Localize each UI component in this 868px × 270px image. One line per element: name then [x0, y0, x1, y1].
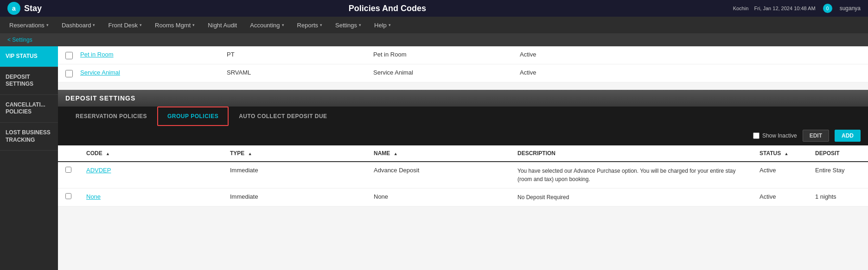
row-desc-cell: You have selected our Advance Purchase o…: [510, 162, 752, 188]
chevron-down-icon: ▾: [359, 23, 361, 27]
table-row: ADVDEP Immediate Advance Deposit You hav…: [58, 162, 868, 188]
settings-bar: < Settings: [0, 33, 868, 46]
row-checkbox-pet-in-room[interactable]: [65, 52, 73, 59]
sidebar-item-lost-business[interactable]: LOST BUSINESS TRACKING: [0, 123, 58, 151]
main-layout: VIP STATUS DEPOSIT SETTINGS CANCELLATI..…: [0, 46, 868, 270]
sub-header-toolbar: Show Inactive EDIT ADD: [58, 126, 868, 145]
row-checkbox-advdep[interactable]: [65, 167, 71, 173]
sort-arrow-code: ▲: [106, 151, 110, 156]
row-type-cell: Immediate: [223, 188, 366, 207]
sort-arrow-status: ▲: [785, 151, 789, 156]
col-header-code[interactable]: CODE ▲: [79, 145, 223, 162]
table-row: Service Animal SRVAML Service Animal Act…: [58, 64, 868, 82]
logo-name: Stay: [24, 4, 42, 13]
top-bar-right: Kochin Fri, Jan 12, 2024 10:48 AM 0 suga…: [733, 4, 861, 13]
group-policies-section: Show Inactive EDIT ADD CODE ▲ TYPE: [58, 126, 868, 207]
vip-status-table: Pet in Room PT Pet in Room Active Servic…: [58, 46, 868, 82]
col-header-deposit: DEPOSIT: [808, 145, 868, 162]
notification-badge[interactable]: 0: [823, 4, 832, 13]
nav-item-settings[interactable]: Settings ▾: [330, 17, 367, 33]
chevron-down-icon: ▾: [192, 23, 195, 27]
chevron-down-icon: ▾: [389, 23, 391, 27]
row-deposit-cell: 1 nights: [808, 188, 868, 207]
col-header-status[interactable]: STATUS ▲: [752, 145, 808, 162]
sidebar-item-deposit-settings[interactable]: DEPOSIT SETTINGS: [0, 67, 58, 95]
nav-item-roomsmgmt[interactable]: Rooms Mgmt ▾: [149, 17, 200, 33]
tab-group-policies[interactable]: GROUP POLICIES: [157, 107, 229, 126]
group-policies-table: CODE ▲ TYPE ▲ NAME ▲ DESCRIPTION: [58, 145, 868, 207]
sidebar: VIP STATUS DEPOSIT SETTINGS CANCELLATI..…: [0, 46, 58, 270]
row-desc-cell: No Deposit Required: [510, 188, 752, 207]
nav-item-dashboard[interactable]: Dashboard ▾: [56, 17, 101, 33]
row-status-cell: Active: [752, 162, 808, 188]
content-area: Pet in Room PT Pet in Room Active Servic…: [58, 46, 868, 270]
chevron-down-icon: ▾: [46, 23, 49, 27]
col-header-type[interactable]: TYPE ▲: [223, 145, 366, 162]
logo-area: a Stay: [7, 2, 42, 15]
row-type-cell: Immediate: [223, 162, 366, 188]
chevron-down-icon: ▾: [93, 23, 95, 27]
row-check-cell: [58, 188, 79, 207]
row-deposit-cell: Entire Stay: [808, 162, 868, 188]
nav-item-nightaudit[interactable]: Night Audit: [202, 17, 243, 33]
nav-item-reports[interactable]: Reports ▾: [292, 17, 328, 33]
username-display: suganya: [840, 5, 861, 12]
chevron-down-icon: ▾: [140, 23, 142, 27]
nav-item-frontdesk[interactable]: Front Desk ▾: [102, 17, 147, 33]
col-header-description: DESCRIPTION: [510, 145, 752, 162]
chevron-down-icon: ▾: [282, 23, 284, 27]
row-code-cell[interactable]: ADVDEP: [79, 162, 223, 188]
row-checkbox-none[interactable]: [65, 193, 71, 199]
col-header-check: [58, 145, 79, 162]
row-code-cell[interactable]: None: [79, 188, 223, 207]
row-name-cell: None: [366, 188, 510, 207]
tab-reservation-policies[interactable]: RESERVATION POLICIES: [65, 107, 157, 126]
settings-back-link[interactable]: < Settings: [7, 37, 32, 43]
table-row: Pet in Room PT Pet in Room Active: [58, 46, 868, 64]
edit-button[interactable]: EDIT: [803, 130, 829, 142]
col-header-name[interactable]: NAME ▲: [366, 145, 510, 162]
nav-item-reservations[interactable]: Reservations ▾: [4, 17, 54, 33]
deposit-settings-header: DEPOSIT SETTINGS: [58, 90, 868, 107]
datetime-display: Kochin Fri, Jan 12, 2024 10:48 AM: [733, 6, 816, 11]
chevron-down-icon: ▾: [320, 23, 322, 27]
show-inactive-label[interactable]: Show Inactive: [753, 132, 797, 139]
nav-item-help[interactable]: Help ▾: [369, 17, 396, 33]
table-row: None Immediate None No Deposit Required …: [58, 188, 868, 207]
nav-bar: Reservations ▾ Dashboard ▾ Front Desk ▾ …: [0, 17, 868, 33]
sort-arrow-name: ▲: [394, 151, 398, 156]
row-name-cell: Advance Deposit: [366, 162, 510, 188]
add-button[interactable]: ADD: [835, 130, 861, 142]
nav-item-accounting[interactable]: Accounting ▾: [244, 17, 289, 33]
row-status-cell: Active: [752, 188, 808, 207]
row-checkbox-service-animal[interactable]: [65, 70, 73, 77]
row-check-cell: [58, 162, 79, 188]
page-title: Policies And Codes: [349, 4, 426, 13]
deposit-tabs-row: RESERVATION POLICIES GROUP POLICIES AUTO…: [58, 107, 868, 126]
sidebar-item-vip-status[interactable]: VIP STATUS: [0, 46, 58, 67]
top-bar: a Stay Policies And Codes Kochin Fri, Ja…: [0, 0, 868, 17]
vip-link-pet-in-room[interactable]: Pet in Room: [80, 51, 219, 58]
tab-auto-collect[interactable]: AUTO COLLECT DEPOSIT DUE: [229, 107, 337, 126]
sidebar-item-cancellation-policies[interactable]: CANCELLATI... POLICIES: [0, 95, 58, 123]
vip-link-service-animal[interactable]: Service Animal: [80, 69, 219, 76]
sort-arrow-type: ▲: [248, 151, 252, 156]
logo-icon: a: [7, 2, 20, 15]
show-inactive-checkbox[interactable]: [753, 132, 760, 139]
